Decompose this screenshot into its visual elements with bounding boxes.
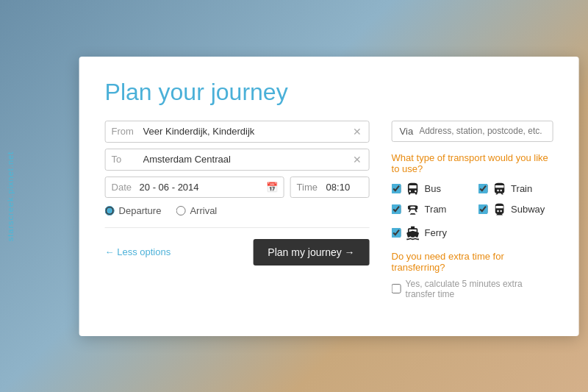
ferry-checkbox[interactable] xyxy=(392,228,401,238)
time-input[interactable] xyxy=(326,182,363,193)
arrival-radio[interactable] xyxy=(176,206,185,215)
subway-label: Subway xyxy=(511,204,545,215)
departure-arrival-row: Departure Arrival xyxy=(105,205,370,216)
departure-radio-label[interactable]: Departure xyxy=(105,205,162,216)
train-checkbox[interactable] xyxy=(478,184,487,193)
train-icon xyxy=(491,182,507,196)
ferry-label: Ferry xyxy=(425,227,447,238)
ferry-icon xyxy=(405,226,421,240)
from-input[interactable] xyxy=(143,126,351,137)
departure-radio[interactable] xyxy=(105,206,115,215)
date-time-row: Date 📅 Time xyxy=(105,177,370,198)
transport-item-tram: Tram xyxy=(392,202,467,217)
extra-time-label: Yes, calculate 5 minutes extra transfer … xyxy=(406,279,553,299)
subway-icon xyxy=(491,202,507,217)
plan-journey-button[interactable]: Plan my journey → xyxy=(253,239,369,266)
page-title: Plan your journey xyxy=(105,79,553,106)
extra-time-title: Do you need extra time for transferring? xyxy=(392,251,553,273)
arrival-radio-label[interactable]: Arrival xyxy=(176,205,217,216)
transport-type-title: What type of transport would you like to… xyxy=(392,152,553,174)
extra-time-checkbox[interactable] xyxy=(392,284,401,293)
to-input[interactable] xyxy=(143,154,351,165)
transport-item-bus: Bus xyxy=(392,182,467,196)
from-input-row: From ✕ xyxy=(105,121,370,143)
card-body: From ✕ To ✕ Date 📅 Time xyxy=(105,121,553,299)
via-label: Via xyxy=(400,126,414,137)
left-column: From ✕ To ✕ Date 📅 Time xyxy=(105,121,370,299)
transport-item-subway: Subway xyxy=(478,202,553,217)
departure-label: Departure xyxy=(119,205,162,216)
to-label: To xyxy=(112,154,137,165)
tram-label: Tram xyxy=(425,204,447,215)
transport-item-ferry: Ferry xyxy=(392,226,553,240)
transport-grid: Bus Train Tram xyxy=(392,182,553,217)
date-input-row: Date 📅 xyxy=(105,177,284,198)
from-clear-button[interactable]: ✕ xyxy=(351,126,363,138)
bus-icon xyxy=(405,182,421,196)
time-input-row: Time xyxy=(290,177,370,198)
date-input[interactable] xyxy=(140,182,263,193)
bus-label: Bus xyxy=(425,183,441,194)
watermark: starscreek.pixnet.net xyxy=(6,151,15,241)
bus-checkbox[interactable] xyxy=(392,184,401,193)
transport-item-train: Train xyxy=(478,182,553,196)
time-label: Time xyxy=(297,182,320,193)
via-input-row: Via xyxy=(392,121,553,142)
to-input-row: To ✕ xyxy=(105,149,370,171)
tram-icon xyxy=(405,202,421,217)
card-footer: ← Less options Plan my journey → xyxy=(105,239,370,266)
tram-checkbox[interactable] xyxy=(392,204,401,214)
date-label: Date xyxy=(112,182,134,193)
train-label: Train xyxy=(511,183,532,194)
via-input[interactable] xyxy=(419,126,545,136)
subway-checkbox[interactable] xyxy=(478,204,487,214)
extra-time-row: Yes, calculate 5 minutes extra transfer … xyxy=(392,279,553,299)
less-options-link[interactable]: ← Less options xyxy=(105,246,171,257)
journey-planner-card: Plan your journey From ✕ To ✕ Date 📅 xyxy=(79,57,579,336)
right-column: Via What type of transport would you lik… xyxy=(392,121,553,299)
arrival-label: Arrival xyxy=(190,205,217,216)
to-clear-button[interactable]: ✕ xyxy=(351,154,363,165)
from-label: From xyxy=(112,126,137,137)
calendar-icon[interactable]: 📅 xyxy=(266,182,278,193)
divider xyxy=(105,227,370,228)
